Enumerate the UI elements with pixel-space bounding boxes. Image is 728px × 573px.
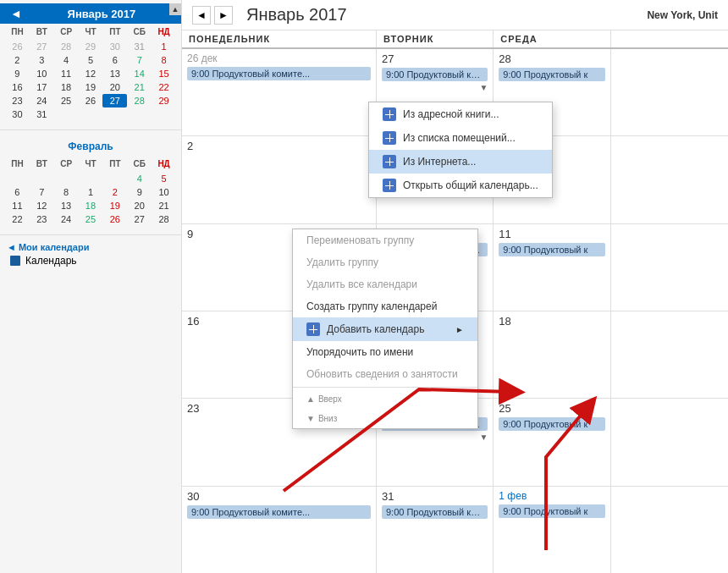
mini-day[interactable]: 4 bbox=[54, 53, 79, 67]
mini-day[interactable]: 13 bbox=[54, 199, 79, 212]
cal-event[interactable]: 9:00 Продуктовый к bbox=[499, 417, 604, 431]
mini-day[interactable]: 27 bbox=[127, 212, 152, 226]
mini-day[interactable]: 29 bbox=[152, 94, 176, 107]
day-cell-18[interactable]: 18 bbox=[494, 311, 610, 398]
mini-day[interactable]: 19 bbox=[102, 199, 127, 212]
mini-day[interactable]: 23 bbox=[30, 212, 54, 226]
mini-day[interactable]: 28 bbox=[54, 40, 79, 53]
mini-day[interactable]: 30 bbox=[5, 107, 30, 121]
mini-day[interactable]: 21 bbox=[127, 80, 152, 94]
mini-day[interactable]: 10 bbox=[30, 67, 54, 80]
main-next-btn[interactable]: ► bbox=[214, 6, 233, 25]
day-cell-26dec[interactable]: 26 дек 9:00 Продуктовый комите... bbox=[182, 49, 377, 135]
mini-day[interactable]: 11 bbox=[54, 67, 79, 80]
ctx-sort-by-name[interactable]: Упорядочить по имени bbox=[293, 341, 477, 363]
mini-day[interactable]: 24 bbox=[54, 212, 79, 226]
mini-day[interactable] bbox=[5, 172, 30, 185]
mini-day[interactable]: 14 bbox=[127, 67, 152, 80]
cal-event[interactable]: 9:00 Продуктовый комите... bbox=[187, 505, 371, 519]
mini-day[interactable] bbox=[79, 172, 103, 185]
mini-day[interactable]: 7 bbox=[127, 53, 152, 67]
ctx-down-label[interactable]: Вниз bbox=[318, 410, 337, 427]
mini-day[interactable]: 3 bbox=[30, 53, 54, 67]
mini-day[interactable]: 8 bbox=[152, 53, 176, 67]
day-cell-2[interactable]: 2 bbox=[182, 136, 377, 223]
cal-event[interactable]: 9:00 Продуктовый к bbox=[499, 68, 604, 81]
mini-day[interactable]: 21 bbox=[152, 199, 176, 212]
mini-day[interactable]: 11 bbox=[5, 199, 30, 212]
ctx-update-busy[interactable]: Обновить сведения о занятости bbox=[293, 363, 477, 385]
cal-event[interactable]: 9:00 Продуктовый комите... bbox=[382, 68, 488, 81]
mini-day[interactable]: 22 bbox=[5, 212, 30, 226]
mini-day[interactable] bbox=[54, 172, 79, 185]
mini-day[interactable]: 26 bbox=[79, 94, 103, 107]
mini-day[interactable]: 27 bbox=[30, 40, 54, 53]
mini-day[interactable]: 9 bbox=[127, 185, 152, 199]
mini-day[interactable]: 2 bbox=[102, 185, 127, 199]
mini-day[interactable]: 22 bbox=[152, 80, 176, 94]
submenu-from-internet[interactable]: Из Интернета... bbox=[369, 150, 552, 174]
mini-day[interactable]: 25 bbox=[54, 94, 79, 107]
calendar-item[interactable]: Календарь bbox=[7, 252, 174, 269]
mini-day-today[interactable]: 27 bbox=[102, 94, 127, 107]
mini-day[interactable] bbox=[30, 172, 54, 185]
mini-day[interactable]: 26 bbox=[102, 212, 127, 226]
mini-day[interactable]: 26 bbox=[5, 40, 30, 53]
ctx-up-label[interactable]: Вверх bbox=[318, 391, 342, 407]
submenu-from-address-book[interactable]: Из адресной книги... bbox=[369, 102, 552, 126]
ctx-create-group[interactable]: Создать группу календарей bbox=[293, 295, 477, 317]
my-calendars-toggle[interactable]: ◄ Мои календари bbox=[7, 242, 174, 252]
day-cell-1feb[interactable]: 1 фев 9:00 Продуктовый к bbox=[494, 487, 610, 573]
cal-event[interactable]: 9:00 Продуктовый комите... bbox=[187, 67, 371, 80]
mini-cal-prev-btn[interactable]: ◄ bbox=[5, 7, 27, 20]
mini-day[interactable]: 15 bbox=[152, 67, 176, 80]
cal-event[interactable]: 9:00 Продуктовый комите... bbox=[382, 505, 488, 519]
mini-day[interactable]: 23 bbox=[5, 94, 30, 107]
mini-day[interactable]: 25 bbox=[79, 212, 103, 226]
day-cell-30[interactable]: 30 9:00 Продуктовый комите... bbox=[182, 487, 377, 573]
mini-day[interactable]: 31 bbox=[127, 40, 152, 53]
day-cell-11[interactable]: 11 9:00 Продуктовый к bbox=[494, 224, 610, 311]
mini-day[interactable]: 28 bbox=[127, 94, 152, 107]
mini-day[interactable]: 17 bbox=[30, 80, 54, 94]
mini-day[interactable]: 12 bbox=[79, 67, 103, 80]
mini-day[interactable]: 30 bbox=[102, 40, 127, 53]
main-prev-btn[interactable]: ◄ bbox=[192, 6, 211, 25]
mini-day[interactable]: 13 bbox=[102, 67, 127, 80]
mini-cal-corner-btn[interactable]: ▲ bbox=[169, 3, 181, 15]
mini-day[interactable]: 1 bbox=[79, 185, 103, 199]
cal-event[interactable]: 9:00 Продуктовый к bbox=[499, 504, 604, 518]
mini-day[interactable]: 7 bbox=[30, 185, 54, 199]
mini-day[interactable]: 9 bbox=[5, 67, 30, 80]
mini-day[interactable]: 28 bbox=[152, 212, 176, 226]
mini-day[interactable]: 6 bbox=[102, 53, 127, 67]
mini-day[interactable]: 2 bbox=[5, 53, 30, 67]
mini-day[interactable]: 4 bbox=[127, 172, 152, 185]
mini-day[interactable]: 19 bbox=[79, 80, 103, 94]
mini-day[interactable]: 12 bbox=[30, 199, 54, 212]
mini-day[interactable] bbox=[102, 172, 127, 185]
submenu-open-shared-cal[interactable]: Открыть общий календарь... bbox=[369, 174, 552, 197]
mini-day[interactable]: 20 bbox=[127, 199, 152, 212]
mini-day[interactable]: 29 bbox=[79, 40, 103, 53]
mini-day[interactable]: 1 bbox=[152, 40, 176, 53]
mini-day[interactable]: 5 bbox=[79, 53, 103, 67]
ctx-delete-group[interactable]: Удалить группу bbox=[293, 251, 477, 273]
day-cell-25[interactable]: 25 9:00 Продуктовый к bbox=[494, 399, 610, 485]
cal-event[interactable]: 9:00 Продуктовый к bbox=[499, 243, 604, 256]
mini-day[interactable]: 18 bbox=[54, 80, 79, 94]
mini-day[interactable]: 31 bbox=[30, 107, 54, 121]
ctx-add-calendar[interactable]: Добавить календарь ► bbox=[293, 317, 477, 341]
ctx-rename-group[interactable]: Переименовать группу bbox=[293, 229, 477, 251]
mini-day[interactable]: 10 bbox=[152, 185, 176, 199]
mini-day[interactable]: 18 bbox=[79, 199, 103, 212]
mini-day[interactable]: 24 bbox=[30, 94, 54, 107]
mini-day[interactable]: 5 bbox=[152, 172, 176, 185]
mini-day[interactable]: 20 bbox=[102, 80, 127, 94]
day-cell-31[interactable]: 31 9:00 Продуктовый комите... bbox=[377, 487, 494, 573]
ctx-delete-all-cals[interactable]: Удалить все календари bbox=[293, 273, 477, 295]
mini-day[interactable]: 6 bbox=[5, 185, 30, 199]
mini-day[interactable]: 8 bbox=[54, 185, 79, 199]
mini-day[interactable]: 16 bbox=[5, 80, 30, 94]
submenu-from-room-list[interactable]: Из списка помещений... bbox=[369, 126, 552, 150]
